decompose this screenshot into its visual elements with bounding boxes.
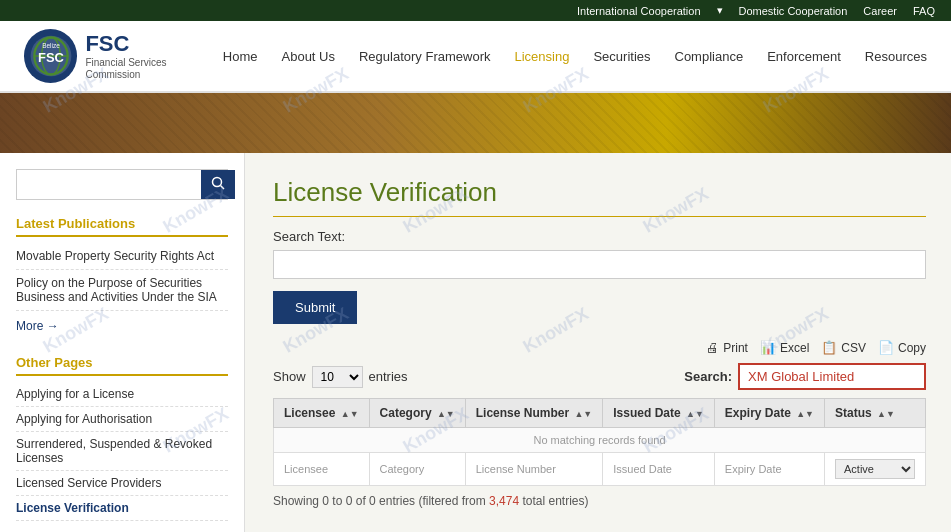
show-entries: Show 10 25 50 100 entries: [273, 366, 408, 388]
sidebar-pub-2[interactable]: Policy on the Purpose of Securities Busi…: [16, 270, 228, 311]
sidebar-search-input[interactable]: [17, 171, 201, 198]
col-status[interactable]: Status ▲▼: [825, 399, 926, 428]
career-link[interactable]: Career: [863, 5, 897, 17]
csv-label: CSV: [841, 341, 866, 355]
sidebar: Latest Publications Movable Property Sec…: [0, 153, 245, 532]
issued-date-sort-icon: ▲▼: [686, 409, 704, 419]
page-title: License Verification: [273, 177, 926, 217]
sidebar-search-button[interactable]: [201, 170, 235, 199]
print-button[interactable]: 🖨 Print: [706, 340, 748, 355]
sidebar-link-verification[interactable]: License Verification: [16, 496, 228, 521]
sidebar-more-link[interactable]: More →: [16, 311, 228, 341]
sidebar-link-auth[interactable]: Applying for Authorisation: [16, 407, 228, 432]
entries-label: entries: [369, 369, 408, 384]
no-records-row: No matching records found: [274, 428, 926, 453]
svg-line-8: [221, 186, 225, 190]
print-label: Print: [723, 341, 748, 355]
other-pages-title: Other Pages: [16, 355, 228, 376]
logo-text: FSC Financial Services Commission: [85, 31, 222, 81]
table-search-label: Search:: [684, 369, 732, 384]
nav-home[interactable]: Home: [223, 49, 258, 64]
faq-link[interactable]: FAQ: [913, 5, 935, 17]
no-records-text: No matching records found: [274, 428, 926, 453]
data-table: Licensee ▲▼ Category ▲▼ License Number ▲…: [273, 398, 926, 486]
copy-button[interactable]: 📄 Copy: [878, 340, 926, 355]
placeholder-status: Active: [825, 453, 926, 486]
layout: Latest Publications Movable Property Sec…: [0, 153, 951, 532]
license-number-sort-icon: ▲▼: [574, 409, 592, 419]
nav-securities[interactable]: Securities: [593, 49, 650, 64]
main-content: License Verification Search Text: Submit…: [245, 153, 951, 532]
pagination-suffix: total entries): [519, 494, 588, 508]
search-text-label: Search Text:: [273, 229, 926, 244]
excel-button[interactable]: 📊 Excel: [760, 340, 809, 355]
nav-enforcement[interactable]: Enforcement: [767, 49, 841, 64]
show-label: Show: [273, 369, 306, 384]
sidebar-pub-1[interactable]: Movable Property Security Rights Act: [16, 243, 228, 270]
intl-cooperation-link[interactable]: International Cooperation: [577, 5, 701, 17]
status-select[interactable]: Active: [835, 459, 915, 479]
table-controls: Show 10 25 50 100 entries Search:: [273, 363, 926, 390]
copy-label: Copy: [898, 341, 926, 355]
status-sort-icon: ▲▼: [877, 409, 895, 419]
toolbar: 🖨 Print 📊 Excel 📋 CSV 📄 Copy: [273, 340, 926, 355]
col-license-number[interactable]: License Number ▲▼: [465, 399, 603, 428]
print-icon: 🖨: [706, 340, 719, 355]
submit-button[interactable]: Submit: [273, 291, 357, 324]
logo-area: FSC Belize FSC Financial Services Commis…: [24, 29, 223, 83]
placeholder-issued-date: Issued Date: [603, 453, 715, 486]
placeholder-category: Category: [369, 453, 465, 486]
table-search-input[interactable]: [738, 363, 926, 390]
copy-icon: 📄: [878, 340, 894, 355]
main-nav: Home About Us Regulatory Framework Licen…: [223, 49, 927, 64]
top-bar: International Cooperation ▾ Domestic Coo…: [0, 0, 951, 21]
csv-button[interactable]: 📋 CSV: [821, 340, 866, 355]
pagination-link[interactable]: 3,474: [489, 494, 519, 508]
sidebar-link-surrendered[interactable]: Surrendered, Suspended & Revoked License…: [16, 432, 228, 471]
sidebar-search-box: [16, 169, 228, 200]
excel-label: Excel: [780, 341, 809, 355]
col-licensee[interactable]: Licensee ▲▼: [274, 399, 370, 428]
placeholder-license-number: License Number: [465, 453, 603, 486]
placeholder-row: Licensee Category License Number Issued …: [274, 453, 926, 486]
nav-about[interactable]: About Us: [282, 49, 335, 64]
entries-select[interactable]: 10 25 50 100: [312, 366, 363, 388]
col-category[interactable]: Category ▲▼: [369, 399, 465, 428]
col-issued-date[interactable]: Issued Date ▲▼: [603, 399, 715, 428]
domestic-cooperation-link[interactable]: Domestic Cooperation: [739, 5, 848, 17]
pagination-info: Showing 0 to 0 of 0 entries (filtered fr…: [273, 494, 926, 508]
csv-icon: 📋: [821, 340, 837, 355]
sidebar-link-license[interactable]: Applying for a License: [16, 382, 228, 407]
table-search: Search:: [684, 363, 926, 390]
nav-regulatory[interactable]: Regulatory Framework: [359, 49, 491, 64]
nav-resources[interactable]: Resources: [865, 49, 927, 64]
top-bar-sep1: ▾: [717, 4, 723, 17]
search-text-input[interactable]: [273, 250, 926, 279]
svg-text:Belize: Belize: [42, 42, 60, 49]
hero-banner: [0, 93, 951, 153]
expiry-date-sort-icon: ▲▼: [796, 409, 814, 419]
svg-point-7: [213, 178, 222, 187]
excel-icon: 📊: [760, 340, 776, 355]
pagination-prefix: Showing 0 to 0 of 0 entries (filtered fr…: [273, 494, 489, 508]
placeholder-expiry-date: Expiry Date: [714, 453, 824, 486]
placeholder-licensee: Licensee: [274, 453, 370, 486]
sidebar-link-service-providers[interactable]: Licensed Service Providers: [16, 471, 228, 496]
svg-text:FSC: FSC: [38, 50, 64, 65]
nav-licensing[interactable]: Licensing: [514, 49, 569, 64]
logo-icon: FSC Belize: [24, 29, 77, 83]
header: FSC Belize FSC Financial Services Commis…: [0, 21, 951, 93]
latest-publications-title: Latest Publications: [16, 216, 228, 237]
nav-compliance[interactable]: Compliance: [675, 49, 744, 64]
category-sort-icon: ▲▼: [437, 409, 455, 419]
col-expiry-date[interactable]: Expiry Date ▲▼: [714, 399, 824, 428]
licensee-sort-icon: ▲▼: [341, 409, 359, 419]
